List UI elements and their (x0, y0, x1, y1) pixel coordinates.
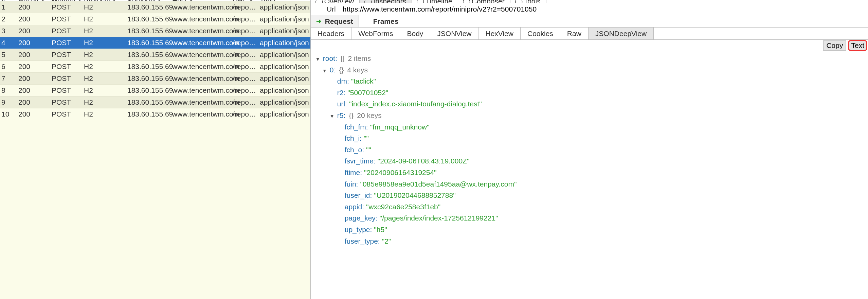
tab-frames[interactable]: Frames (359, 15, 404, 27)
cell-type: application/json (258, 51, 310, 59)
copy-button[interactable]: Copy (823, 40, 846, 51)
json-value: "fm_mqq_unknow" (370, 121, 430, 133)
json-value: "20240906164319254" (364, 167, 436, 178)
sessions-panel: # Result▼ Method▼ Protocol▼ ServerIP▼ Ho… (0, 0, 311, 299)
view-tab-jsondeepview[interactable]: JSONDeepView (589, 28, 654, 39)
json-node[interactable]: ▼url:"index_index.c-xiaomi-toufang-dialo… (313, 98, 868, 110)
top-tab-timeline[interactable]: ◯Timeline (412, 0, 458, 3)
top-tab-tools[interactable]: ◯Tools (510, 0, 546, 3)
json-node[interactable]: ▼fch_fm:"fm_mqq_unknow" (313, 121, 868, 133)
json-node[interactable]: ▼fuser_id:"U201902044688852788" (313, 190, 868, 201)
session-row[interactable]: 10200POSTH2183.60.155.69www.tencentwm.co… (0, 108, 310, 120)
top-tab-composer[interactable]: ◯Composer (458, 0, 510, 3)
cell-result: 200 (17, 86, 50, 94)
cell-host: www.tencentwm.com (171, 15, 231, 23)
view-tabs: HeadersWebFormsBodyJSONViewHexViewCookie… (311, 28, 868, 40)
expand-toggle-icon[interactable]: ▼ (330, 112, 335, 120)
cell-method: POST (50, 27, 83, 35)
json-node[interactable]: ▼r5:{}20 keys (313, 110, 868, 121)
cell-type: application/json (258, 15, 310, 23)
session-row[interactable]: 2200POSTH2183.60.155.69www.tencentwm.com… (0, 13, 310, 25)
cell-url: /report/... (231, 63, 258, 71)
cell-type: application/json (258, 63, 310, 71)
session-row[interactable]: 6200POSTH2183.60.155.69www.tencentwm.com… (0, 61, 310, 73)
json-tree[interactable]: ▼root:[]2 items▼0:{}4 keys▼dm:"taclick"▼… (311, 51, 868, 299)
json-key: fch_i: (345, 133, 362, 144)
session-row[interactable]: 9200POSTH2183.60.155.69www.tencentwm.com… (0, 96, 310, 108)
inspector-panel: ◯Overview◯Inspectors◯Timeline◯Composer◯T… (311, 0, 868, 299)
json-node[interactable]: ▼fsvr_time:"2024-09-06T08:43:19.000Z" (313, 155, 868, 167)
session-row[interactable]: 3200POSTH2183.60.155.69www.tencentwm.com… (0, 25, 310, 37)
text-button[interactable]: Text (848, 40, 867, 51)
url-input[interactable] (340, 3, 868, 15)
json-key: dm: (337, 75, 349, 87)
top-tab-label: Timeline (426, 0, 452, 3)
cell-result: 200 (17, 98, 50, 106)
cell-result: 200 (17, 110, 50, 118)
cell-host: www.tencentwm.com (171, 86, 231, 94)
cell-type: application/json (258, 98, 310, 106)
cell-method: POST (50, 74, 83, 83)
json-node[interactable]: ▼up_type:"h5" (313, 224, 868, 235)
json-node[interactable]: ▼fuin:"085e9858ea9e01d5eaf1495aa@wx.tenp… (313, 178, 868, 190)
json-key: 0: (330, 64, 336, 76)
json-key: fuser_type: (345, 235, 380, 247)
composer-icon: ◯ (464, 0, 470, 3)
cell-idx: 10 (0, 110, 17, 118)
view-tab-webforms[interactable]: WebForms (351, 28, 400, 39)
cell-result: 200 (17, 51, 50, 59)
req-tab-label: Frames (373, 17, 399, 25)
expand-toggle-icon[interactable]: ▼ (322, 67, 328, 74)
json-value: "h5" (374, 224, 387, 235)
cell-url: /report/... (231, 39, 258, 47)
json-node[interactable]: ▼0:{}4 keys (313, 64, 868, 76)
cell-protocol: H2 (83, 39, 126, 47)
cell-protocol: H2 (83, 98, 126, 106)
json-value: "085e9858ea9e01d5eaf1495aa@wx.tenpay.com… (360, 178, 517, 190)
session-row[interactable]: 1200POSTH2183.60.155.69www.tencentwm.com… (0, 1, 310, 13)
view-tab-cookies[interactable]: Cookies (521, 28, 560, 39)
cell-protocol: H2 (83, 63, 126, 71)
json-node[interactable]: ▼root:[]2 items (313, 53, 868, 64)
json-count: 2 items (348, 53, 371, 64)
session-row[interactable]: 5200POSTH2183.60.155.69www.tencentwm.com… (0, 49, 310, 61)
json-value: "/pages/index/index-1725612199221" (380, 212, 498, 224)
json-node[interactable]: ▼r2:"500701052" (313, 87, 868, 99)
view-tab-body[interactable]: Body (400, 28, 430, 39)
cell-serverip: 183.60.155.69 (126, 110, 171, 118)
cell-url: /report/... (231, 15, 258, 23)
session-row[interactable]: 7200POSTH2183.60.155.69www.tencentwm.com… (0, 73, 310, 85)
cell-host: www.tencentwm.com (171, 63, 231, 71)
json-node[interactable]: ▼appid:"wxc92ca6e258e3f1eb" (313, 201, 868, 213)
cell-host: www.tencentwm.com (171, 74, 231, 83)
cell-protocol: H2 (83, 110, 126, 118)
session-row[interactable]: 4200POSTH2183.60.155.69www.tencentwm.com… (0, 37, 310, 49)
top-tab-inspectors[interactable]: ◯Inspectors (360, 0, 412, 3)
json-node[interactable]: ▼fch_o:"" (313, 144, 868, 156)
cell-url: /report/... (231, 86, 258, 94)
cell-method: POST (50, 110, 83, 118)
json-value: "U201902044688852788" (374, 190, 455, 201)
cell-url: /report/... (231, 3, 258, 11)
view-tab-headers[interactable]: Headers (311, 28, 351, 39)
json-node[interactable]: ▼ftime:"20240906164319254" (313, 167, 868, 178)
cell-type: application/json (258, 86, 310, 94)
view-tab-hexview[interactable]: HexView (478, 28, 520, 39)
json-key: up_type: (345, 224, 372, 235)
json-key: appid: (345, 201, 364, 213)
json-brackets: {} (339, 64, 344, 76)
json-node[interactable]: ▼fch_i:"" (313, 133, 868, 144)
top-tab-overview[interactable]: ◯Overview (311, 0, 360, 3)
json-node[interactable]: ▼dm:"taclick" (313, 75, 868, 87)
json-node[interactable]: ▼fuser_type:"2" (313, 235, 868, 247)
cell-method: POST (50, 63, 83, 71)
cell-result: 200 (17, 15, 50, 23)
view-tab-raw[interactable]: Raw (560, 28, 589, 39)
tab-request[interactable]: Request (311, 15, 359, 27)
cell-protocol: H2 (83, 15, 126, 23)
view-tab-jsonview[interactable]: JSONView (430, 28, 478, 39)
expand-toggle-icon[interactable]: ▼ (315, 55, 321, 63)
session-row[interactable]: 8200POSTH2183.60.155.69www.tencentwm.com… (0, 85, 310, 96)
json-key: page_key: (345, 212, 378, 224)
json-node[interactable]: ▼page_key:"/pages/index/index-1725612199… (313, 212, 868, 224)
